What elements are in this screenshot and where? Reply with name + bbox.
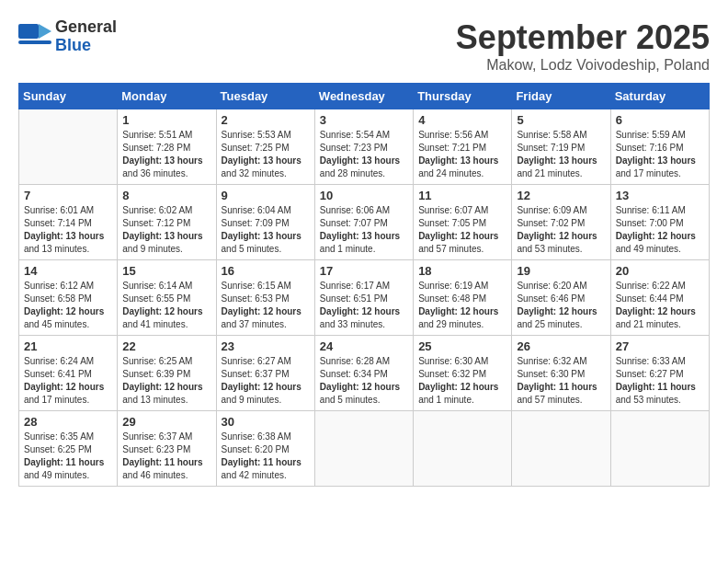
weekday-header-row: SundayMondayTuesdayWednesdayThursdayFrid… bbox=[19, 84, 710, 109]
calendar-cell: 8Sunrise: 6:02 AMSunset: 7:12 PMDaylight… bbox=[118, 185, 216, 260]
weekday-header-friday: Friday bbox=[512, 84, 610, 109]
calendar-cell: 16Sunrise: 6:15 AMSunset: 6:53 PMDayligh… bbox=[216, 260, 314, 336]
day-info: Sunrise: 5:56 AMSunset: 7:21 PMDaylight:… bbox=[418, 129, 506, 180]
day-number: 9 bbox=[222, 189, 310, 202]
calendar-cell: 14Sunrise: 6:12 AMSunset: 6:58 PMDayligh… bbox=[19, 260, 118, 336]
calendar-cell: 22Sunrise: 6:25 AMSunset: 6:39 PMDayligh… bbox=[118, 336, 216, 411]
calendar-table: SundayMondayTuesdayWednesdayThursdayFrid… bbox=[18, 83, 710, 487]
day-number: 6 bbox=[616, 113, 704, 127]
day-info: Sunrise: 6:02 AMSunset: 7:12 PMDaylight:… bbox=[122, 204, 210, 256]
weekday-header-thursday: Thursday bbox=[414, 84, 512, 109]
calendar-cell: 24Sunrise: 6:28 AMSunset: 6:34 PMDayligh… bbox=[314, 336, 413, 411]
day-number: 8 bbox=[122, 189, 210, 202]
day-info: Sunrise: 6:37 AMSunset: 6:23 PMDaylight:… bbox=[122, 431, 210, 482]
day-number: 4 bbox=[418, 113, 506, 127]
weekday-header-sunday: Sunday bbox=[19, 84, 118, 109]
day-number: 22 bbox=[122, 339, 210, 353]
calendar-cell: 11Sunrise: 6:07 AMSunset: 7:05 PMDayligh… bbox=[414, 185, 512, 260]
day-number: 16 bbox=[222, 264, 310, 278]
day-number: 18 bbox=[418, 264, 506, 278]
calendar-week-row: 28Sunrise: 6:35 AMSunset: 6:25 PMDayligh… bbox=[19, 411, 710, 487]
day-info: Sunrise: 6:35 AMSunset: 6:25 PMDaylight:… bbox=[24, 431, 112, 482]
day-info: Sunrise: 6:15 AMSunset: 6:53 PMDaylight:… bbox=[222, 280, 310, 331]
day-info: Sunrise: 6:32 AMSunset: 6:30 PMDaylight:… bbox=[517, 355, 605, 407]
day-number: 28 bbox=[24, 415, 112, 429]
calendar-cell: 1Sunrise: 5:51 AMSunset: 7:28 PMDaylight… bbox=[118, 109, 216, 185]
weekday-header-monday: Monday bbox=[118, 84, 216, 109]
day-info: Sunrise: 6:20 AMSunset: 6:46 PMDaylight:… bbox=[517, 280, 605, 331]
day-info: Sunrise: 5:54 AMSunset: 7:23 PMDaylight:… bbox=[320, 129, 408, 180]
day-number: 26 bbox=[517, 339, 605, 353]
month-title: September 2025 bbox=[456, 18, 710, 57]
day-number: 23 bbox=[222, 339, 310, 353]
day-info: Sunrise: 6:17 AMSunset: 6:51 PMDaylight:… bbox=[320, 280, 408, 331]
calendar-cell: 6Sunrise: 5:59 AMSunset: 7:16 PMDaylight… bbox=[610, 109, 709, 185]
calendar-cell: 7Sunrise: 6:01 AMSunset: 7:14 PMDaylight… bbox=[19, 185, 118, 260]
day-info: Sunrise: 6:07 AMSunset: 7:05 PMDaylight:… bbox=[418, 204, 506, 256]
day-number: 1 bbox=[122, 113, 210, 127]
calendar-cell bbox=[19, 109, 118, 185]
day-info: Sunrise: 6:06 AMSunset: 7:07 PMDaylight:… bbox=[320, 204, 408, 256]
calendar-cell: 18Sunrise: 6:19 AMSunset: 6:48 PMDayligh… bbox=[414, 260, 512, 336]
day-info: Sunrise: 6:12 AMSunset: 6:58 PMDaylight:… bbox=[24, 280, 112, 331]
day-info: Sunrise: 6:22 AMSunset: 6:44 PMDaylight:… bbox=[616, 280, 704, 331]
day-info: Sunrise: 6:38 AMSunset: 6:20 PMDaylight:… bbox=[222, 431, 310, 482]
page-header: General Blue September 2025 Makow, Lodz … bbox=[18, 18, 710, 74]
day-info: Sunrise: 6:30 AMSunset: 6:32 PMDaylight:… bbox=[418, 355, 506, 407]
day-info: Sunrise: 6:09 AMSunset: 7:02 PMDaylight:… bbox=[517, 204, 605, 256]
calendar-cell: 13Sunrise: 6:11 AMSunset: 7:00 PMDayligh… bbox=[610, 185, 709, 260]
calendar-cell: 26Sunrise: 6:32 AMSunset: 6:30 PMDayligh… bbox=[512, 336, 610, 411]
weekday-header-wednesday: Wednesday bbox=[314, 84, 413, 109]
calendar-cell: 28Sunrise: 6:35 AMSunset: 6:25 PMDayligh… bbox=[19, 411, 118, 487]
day-number: 7 bbox=[24, 189, 112, 202]
logo: General Blue bbox=[18, 18, 117, 55]
day-info: Sunrise: 5:51 AMSunset: 7:28 PMDaylight:… bbox=[122, 129, 210, 180]
svg-rect-2 bbox=[18, 40, 51, 44]
day-info: Sunrise: 5:53 AMSunset: 7:25 PMDaylight:… bbox=[222, 129, 310, 180]
day-info: Sunrise: 6:25 AMSunset: 6:39 PMDaylight:… bbox=[122, 355, 210, 407]
day-info: Sunrise: 6:24 AMSunset: 6:41 PMDaylight:… bbox=[24, 355, 112, 407]
calendar-cell: 29Sunrise: 6:37 AMSunset: 6:23 PMDayligh… bbox=[118, 411, 216, 487]
day-info: Sunrise: 6:33 AMSunset: 6:27 PMDaylight:… bbox=[616, 355, 704, 407]
day-number: 2 bbox=[222, 113, 310, 127]
calendar-cell: 20Sunrise: 6:22 AMSunset: 6:44 PMDayligh… bbox=[610, 260, 709, 336]
weekday-header-tuesday: Tuesday bbox=[216, 84, 314, 109]
logo-text-general: General bbox=[55, 18, 117, 37]
calendar-cell: 27Sunrise: 6:33 AMSunset: 6:27 PMDayligh… bbox=[610, 336, 709, 411]
day-number: 3 bbox=[320, 113, 408, 127]
calendar-cell: 12Sunrise: 6:09 AMSunset: 7:02 PMDayligh… bbox=[512, 185, 610, 260]
day-number: 20 bbox=[616, 264, 704, 278]
title-area: September 2025 Makow, Lodz Voivodeship, … bbox=[456, 18, 710, 74]
logo-icon bbox=[18, 24, 51, 50]
calendar-week-row: 1Sunrise: 5:51 AMSunset: 7:28 PMDaylight… bbox=[19, 109, 710, 185]
day-number: 19 bbox=[517, 264, 605, 278]
calendar-cell: 21Sunrise: 6:24 AMSunset: 6:41 PMDayligh… bbox=[19, 336, 118, 411]
day-info: Sunrise: 6:01 AMSunset: 7:14 PMDaylight:… bbox=[24, 204, 112, 256]
day-info: Sunrise: 6:27 AMSunset: 6:37 PMDaylight:… bbox=[222, 355, 310, 407]
day-number: 30 bbox=[222, 415, 310, 429]
calendar-cell: 10Sunrise: 6:06 AMSunset: 7:07 PMDayligh… bbox=[314, 185, 413, 260]
calendar-cell: 23Sunrise: 6:27 AMSunset: 6:37 PMDayligh… bbox=[216, 336, 314, 411]
weekday-header-saturday: Saturday bbox=[610, 84, 709, 109]
calendar-cell bbox=[512, 411, 610, 487]
calendar-cell: 25Sunrise: 6:30 AMSunset: 6:32 PMDayligh… bbox=[414, 336, 512, 411]
calendar-cell: 3Sunrise: 5:54 AMSunset: 7:23 PMDaylight… bbox=[314, 109, 413, 185]
calendar-week-row: 21Sunrise: 6:24 AMSunset: 6:41 PMDayligh… bbox=[19, 336, 710, 411]
calendar-cell: 4Sunrise: 5:56 AMSunset: 7:21 PMDaylight… bbox=[414, 109, 512, 185]
day-number: 13 bbox=[616, 189, 704, 202]
day-info: Sunrise: 6:11 AMSunset: 7:00 PMDaylight:… bbox=[616, 204, 704, 256]
day-number: 25 bbox=[418, 339, 506, 353]
calendar-cell: 2Sunrise: 5:53 AMSunset: 7:25 PMDaylight… bbox=[216, 109, 314, 185]
day-number: 27 bbox=[616, 339, 704, 353]
svg-rect-0 bbox=[18, 24, 39, 39]
day-info: Sunrise: 6:28 AMSunset: 6:34 PMDaylight:… bbox=[320, 355, 408, 407]
day-info: Sunrise: 5:58 AMSunset: 7:19 PMDaylight:… bbox=[517, 129, 605, 180]
day-number: 29 bbox=[122, 415, 210, 429]
location-subtitle: Makow, Lodz Voivodeship, Poland bbox=[456, 57, 710, 74]
calendar-week-row: 14Sunrise: 6:12 AMSunset: 6:58 PMDayligh… bbox=[19, 260, 710, 336]
day-number: 17 bbox=[320, 264, 408, 278]
calendar-cell: 17Sunrise: 6:17 AMSunset: 6:51 PMDayligh… bbox=[314, 260, 413, 336]
logo-text-blue: Blue bbox=[55, 37, 117, 55]
day-info: Sunrise: 6:04 AMSunset: 7:09 PMDaylight:… bbox=[222, 204, 310, 256]
calendar-cell bbox=[414, 411, 512, 487]
